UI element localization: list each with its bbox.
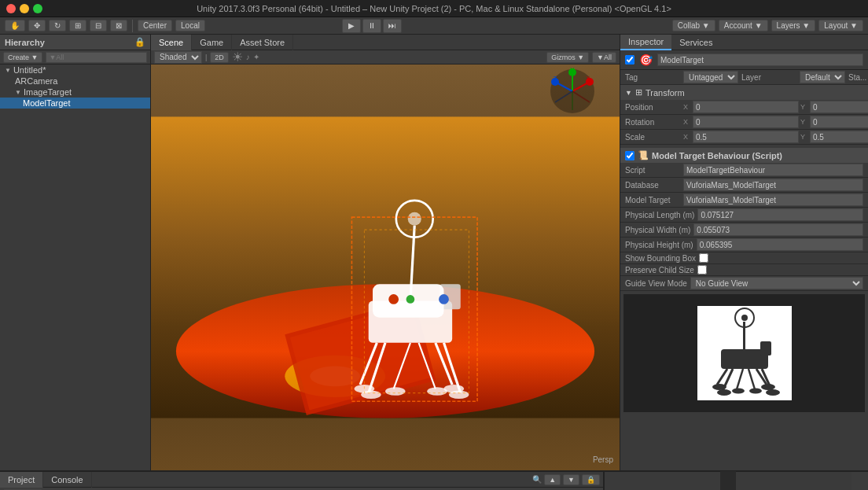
rotation-xyz: X Y Z bbox=[683, 116, 868, 128]
play-button[interactable]: ▶ bbox=[342, 19, 361, 33]
maximize-button[interactable] bbox=[33, 4, 42, 13]
svg-point-50 bbox=[712, 384, 726, 390]
position-y-input[interactable] bbox=[810, 101, 868, 113]
object-name-input[interactable] bbox=[657, 53, 863, 66]
lock-button[interactable]: 🔒 bbox=[582, 474, 600, 485]
script-value-input[interactable] bbox=[683, 164, 863, 176]
preserve-child-checkbox[interactable] bbox=[697, 265, 707, 274]
position-row: Position X Y Z bbox=[620, 100, 868, 115]
window-controls[interactable] bbox=[6, 4, 42, 13]
scene-svg bbox=[151, 64, 620, 470]
tag-select[interactable]: Untagged bbox=[683, 71, 738, 83]
hierarchy-create-button[interactable]: Create ▼ bbox=[3, 52, 42, 63]
scene-tab[interactable]: Scene bbox=[151, 35, 192, 50]
transform-title-icon: ⊞ bbox=[635, 87, 642, 98]
physical-width-input[interactable] bbox=[693, 223, 863, 236]
physical-width-row: Physical Width (m) bbox=[620, 223, 868, 238]
svg-point-54 bbox=[732, 389, 745, 394]
physical-length-input[interactable] bbox=[697, 208, 863, 221]
minimize-button[interactable] bbox=[20, 4, 29, 13]
local-button[interactable]: Local bbox=[175, 20, 205, 31]
rotate-tool-button[interactable]: ↻ bbox=[49, 20, 66, 31]
step-button[interactable]: ⏭ bbox=[383, 19, 402, 33]
hierarchy-item-untitled[interactable]: ▼ Untitled* bbox=[0, 64, 150, 76]
toggle-1-button[interactable]: ▲ bbox=[544, 474, 561, 485]
x-label: X bbox=[683, 103, 691, 111]
svg-point-16 bbox=[449, 390, 469, 399]
account-button[interactable]: Account ▼ bbox=[719, 20, 768, 31]
position-x-wrap: X bbox=[683, 101, 799, 113]
database-label: Database bbox=[625, 181, 680, 190]
svg-point-55 bbox=[749, 389, 762, 394]
asset-store-tab[interactable]: Asset Store bbox=[232, 35, 293, 50]
rx-label: X bbox=[683, 118, 691, 126]
toggle-2-button[interactable]: ▼ bbox=[563, 474, 579, 485]
physical-height-input[interactable] bbox=[697, 238, 863, 251]
preserve-child-label: Preserve Child Size bbox=[625, 266, 694, 274]
model-target-value-input[interactable] bbox=[683, 193, 863, 206]
hand-tool-button[interactable]: ✋ bbox=[5, 20, 25, 31]
hierarchy-item-modeltarget[interactable]: ModelTarget bbox=[0, 98, 150, 109]
inspector-scroll[interactable] bbox=[720, 471, 736, 490]
show-bounding-checkbox[interactable] bbox=[699, 253, 708, 263]
transform-title: Transform bbox=[645, 88, 685, 98]
pause-button[interactable]: ⏸ bbox=[362, 19, 381, 33]
scale-tool-button[interactable]: ⊞ bbox=[69, 20, 86, 31]
scene-view[interactable]: X Y Z Persp bbox=[151, 64, 620, 470]
hierarchy-item-label: ModelTarget bbox=[23, 98, 71, 108]
inspector-tab[interactable]: Inspector bbox=[620, 35, 671, 50]
project-toolbar-right: 🔍 ▲ ▼ 🔒 bbox=[529, 474, 603, 485]
guide-view-select[interactable]: No Guide View bbox=[690, 277, 863, 289]
object-active-checkbox[interactable] bbox=[625, 55, 634, 64]
2d-button[interactable]: 2D bbox=[210, 52, 229, 63]
static-label: Sta... bbox=[848, 73, 868, 82]
hierarchy-panel: Hierarchy 🔒 Create ▼ ▼ Untitled* ARCamer… bbox=[0, 35, 151, 470]
svg-point-17 bbox=[385, 387, 406, 396]
arrow-icon: ▼ bbox=[15, 89, 21, 96]
layers-button[interactable]: Layers ▼ bbox=[771, 20, 816, 31]
scale-x-input[interactable] bbox=[693, 131, 799, 143]
title-bar: Unity 2017.3.0f3 Personal (64bit) - Unti… bbox=[0, 0, 868, 17]
game-tab[interactable]: Game bbox=[192, 35, 232, 50]
move-tool-button[interactable]: ✥ bbox=[28, 20, 46, 31]
gizmos-button[interactable]: Gizmos ▼ bbox=[546, 52, 589, 63]
database-value-input[interactable] bbox=[683, 179, 863, 191]
script-component-header[interactable]: 📜 Model Target Behaviour (Script) bbox=[620, 148, 868, 163]
rect-tool-button[interactable]: ⊟ bbox=[90, 20, 107, 31]
toolbar-sep-2d: | bbox=[205, 53, 207, 61]
scale-y-input[interactable] bbox=[810, 131, 868, 143]
shaded-select[interactable]: Shaded bbox=[154, 51, 202, 64]
physical-width-label: Physical Width (m) bbox=[625, 226, 690, 234]
console-tab[interactable]: Console bbox=[43, 472, 91, 488]
scale-y-wrap: Y bbox=[800, 131, 868, 143]
position-x-input[interactable] bbox=[693, 101, 799, 113]
model-target-row: Model Target bbox=[620, 193, 868, 208]
preview-area bbox=[623, 294, 865, 412]
hierarchy-item-imagetarget[interactable]: ▼ ImageTarget bbox=[0, 87, 150, 98]
rotation-x-input[interactable] bbox=[693, 116, 799, 128]
transform-tool-button[interactable]: ⊠ bbox=[110, 20, 127, 31]
all-button[interactable]: ▼All bbox=[592, 52, 616, 63]
rotation-y-input[interactable] bbox=[810, 116, 868, 128]
svg-point-58 bbox=[741, 315, 748, 321]
rover-preview bbox=[697, 306, 792, 400]
hierarchy-title: Hierarchy bbox=[5, 38, 45, 47]
hierarchy-search-input[interactable] bbox=[46, 52, 147, 63]
guide-view-label: Guide View Mode bbox=[625, 279, 687, 288]
center-button[interactable]: Center bbox=[138, 20, 172, 31]
svg-text:Y: Y bbox=[570, 68, 575, 73]
collab-button[interactable]: Collab ▼ bbox=[672, 20, 715, 31]
transform-section-header[interactable]: ▼ ⊞ Transform bbox=[620, 85, 868, 100]
svg-point-21 bbox=[408, 212, 421, 226]
services-tab[interactable]: Services bbox=[671, 35, 720, 50]
layout-button[interactable]: Layout ▼ bbox=[818, 20, 863, 31]
y-label: Y bbox=[800, 103, 808, 111]
project-tab[interactable]: Project bbox=[0, 472, 43, 488]
scene-background bbox=[151, 64, 620, 470]
close-button[interactable] bbox=[6, 4, 16, 13]
layer-select[interactable]: Default bbox=[800, 71, 845, 83]
script-active-checkbox[interactable] bbox=[625, 151, 634, 160]
hierarchy-item-label: Untitled* bbox=[13, 65, 46, 75]
hierarchy-item-arcamera[interactable]: ARCamera bbox=[0, 76, 150, 87]
hierarchy-item-label: ImageTarget bbox=[24, 87, 72, 97]
